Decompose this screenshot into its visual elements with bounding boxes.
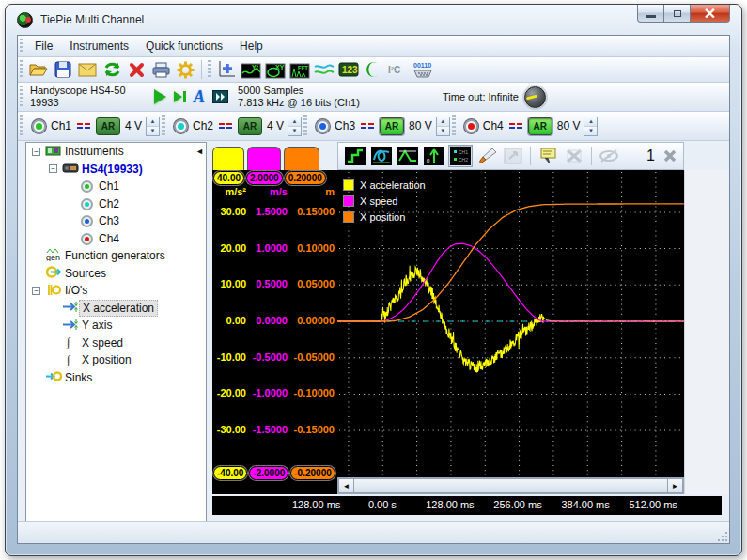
axis-top-pill-x-position[interactable]: 0.20000 — [285, 171, 326, 185]
autoscale-button[interactable]: 0 — [422, 145, 446, 167]
graph-close-button[interactable] — [661, 147, 679, 165]
channel-grip[interactable] — [20, 115, 23, 137]
tree-item-ch1[interactable]: Ch1 — [26, 178, 206, 195]
streaming-button[interactable] — [212, 90, 228, 103]
xy-graph-button[interactable]: XY — [264, 59, 287, 81]
scroll-thumb[interactable] — [354, 478, 667, 493]
delete-button[interactable] — [125, 59, 148, 81]
coupling-icon[interactable] — [219, 123, 232, 129]
scroll-left-arrow-icon[interactable]: ◄ — [338, 478, 354, 493]
envelope-button[interactable] — [396, 145, 420, 167]
menu-quick-functions[interactable]: Quick functions — [137, 37, 231, 55]
bnc-icon[interactable] — [32, 119, 46, 133]
one-shot-button[interactable] — [174, 91, 186, 102]
channel-list-button[interactable]: CH1CH2 — [448, 145, 473, 167]
print-button[interactable] — [149, 59, 172, 81]
axis-top-pill-x-speed[interactable]: 2.0000 — [246, 171, 283, 185]
axis-bottom-pill-x-position[interactable]: -0.20000 — [290, 466, 335, 480]
coupling-icon[interactable] — [77, 123, 90, 129]
axis-bottom-pill-x-speed[interactable]: -2.0000 — [249, 466, 288, 480]
tree-item-ch4[interactable]: Ch4 — [26, 230, 206, 248]
tree-item-x-position[interactable]: ∫X position — [26, 351, 206, 369]
comment-button[interactable] — [536, 145, 560, 167]
soft-rise-button[interactable] — [369, 145, 394, 167]
stepper-up-icon[interactable]: ▲ — [584, 117, 597, 127]
toolbar-grip-1[interactable] — [20, 60, 23, 79]
open-button[interactable] — [27, 59, 50, 81]
save-button[interactable] — [52, 59, 74, 81]
range-stepper[interactable]: ▲▼ — [584, 117, 598, 136]
autorange-button-ch4[interactable]: AR — [528, 117, 552, 135]
timeout-knob[interactable] — [524, 86, 546, 108]
fft-graph-button[interactable]: FFT — [288, 59, 311, 81]
interpolation-button[interactable] — [343, 145, 367, 167]
coupling-icon[interactable] — [509, 123, 522, 129]
refresh-button[interactable] — [101, 59, 123, 81]
channel-grip[interactable] — [162, 115, 165, 137]
range-stepper[interactable]: ▲▼ — [146, 117, 160, 136]
range-stepper[interactable]: ▲▼ — [288, 117, 302, 136]
toolbar-grip-2[interactable] — [208, 60, 211, 79]
tree-item-ch3[interactable]: Ch3 — [26, 212, 206, 230]
menu-file[interactable]: File — [26, 37, 61, 55]
stepper-up-icon[interactable]: ▲ — [437, 117, 449, 127]
axis-top-pill-x-acceleration[interactable]: 40.00 — [213, 171, 244, 185]
bnc-icon[interactable] — [174, 119, 188, 133]
delete-graph-button[interactable] — [562, 145, 586, 167]
tree-item-y-axis[interactable]: Y axis — [26, 317, 206, 334]
resize-grip[interactable] — [716, 530, 727, 541]
autorange-button-ch1[interactable]: AR — [96, 117, 120, 135]
close-button[interactable]: ✕ — [691, 5, 730, 23]
menu-grip[interactable] — [20, 39, 23, 54]
tree-item-instruments[interactable]: −Instruments — [26, 143, 206, 161]
value-display-button[interactable]: 123 — [337, 59, 360, 81]
tree-expander-icon[interactable]: − — [32, 148, 40, 156]
title-bar[interactable]: TiePie Multi Channel ✕ — [6, 5, 741, 35]
stepper-down-icon[interactable]: ▼ — [584, 127, 597, 135]
bnc-icon[interactable] — [316, 119, 330, 133]
start-button[interactable] — [154, 89, 166, 104]
tree-item-sinks[interactable]: Sinks — [26, 369, 206, 387]
crescent-button[interactable] — [362, 59, 384, 81]
visibility-button[interactable] — [597, 145, 621, 167]
tree-expander-icon[interactable]: − — [49, 164, 57, 173]
serial-button[interactable]: 00110 — [411, 59, 433, 81]
axis-bottom-pill-x-acceleration[interactable]: -40.00 — [213, 466, 247, 480]
paint-button[interactable] — [475, 145, 499, 167]
autorange-button-ch2[interactable]: AR — [238, 117, 262, 135]
stepper-down-icon[interactable]: ▼ — [288, 127, 301, 135]
axis-tab-x-speed[interactable] — [247, 147, 281, 170]
i2c-button[interactable]: I²C — [386, 59, 409, 81]
tree-item-ch2[interactable]: Ch2 — [26, 195, 206, 213]
settings-button[interactable] — [174, 59, 196, 81]
autorange-button-ch3[interactable]: AR — [380, 117, 404, 135]
channel-grip[interactable] — [303, 115, 307, 137]
tree-item-sources[interactable]: Sources — [26, 265, 206, 283]
channel-grip[interactable] — [452, 115, 456, 137]
coupling-icon[interactable] — [361, 123, 374, 129]
scroll-right-arrow-icon[interactable]: ► — [667, 478, 683, 493]
stepper-down-icon[interactable]: ▼ — [437, 127, 449, 135]
resize-button[interactable] — [501, 145, 525, 167]
multimeter-button[interactable] — [313, 59, 335, 81]
tree-item-x-speed[interactable]: ∫X speed — [26, 334, 206, 352]
range-stepper[interactable]: ▲▼ — [436, 117, 450, 136]
add-graph-button[interactable] — [215, 59, 238, 81]
axis-tab-x-acceleration[interactable] — [212, 147, 244, 170]
axis-tab-x-position[interactable] — [284, 147, 319, 170]
menu-help[interactable]: Help — [231, 37, 272, 55]
maximize-button[interactable] — [664, 5, 691, 23]
autosetup-button[interactable]: A — [194, 87, 205, 107]
stepper-up-icon[interactable]: ▲ — [288, 117, 301, 127]
tree-item-hs4-19933[interactable]: −HS4(19933) — [26, 161, 206, 179]
bnc-icon[interactable] — [464, 119, 478, 133]
menu-instruments[interactable]: Instruments — [61, 37, 137, 55]
tree-item-i-o-s[interactable]: −I/O's — [26, 282, 206, 300]
stepper-down-icon[interactable]: ▼ — [147, 127, 159, 135]
tree-collapse-icon[interactable]: ◄ — [195, 147, 204, 156]
email-button[interactable] — [76, 59, 99, 81]
tree-item-x-acceleration[interactable]: X acceleration — [26, 300, 206, 318]
instrument-grip[interactable] — [20, 86, 23, 108]
stepper-up-icon[interactable]: ▲ — [147, 117, 159, 127]
yt-graph-button[interactable]: Yt — [240, 59, 262, 81]
